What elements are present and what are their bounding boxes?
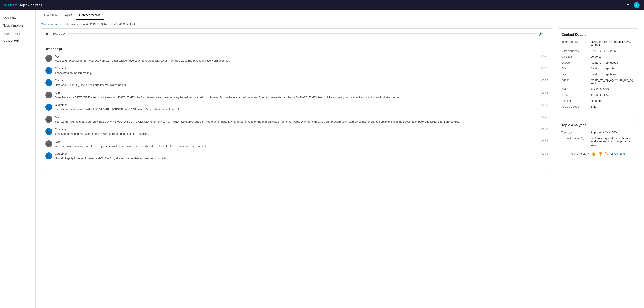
contact-detail-row: Interaction ID45489149-c373-4ae1-a149-c4… bbox=[561, 40, 634, 47]
contact-details-title: Contact Details bbox=[561, 33, 634, 37]
contact-detail-row: Wrap-up codeSale bbox=[561, 105, 634, 108]
help-icon[interactable]: ? bbox=[625, 2, 631, 8]
entry-time: 01:53 bbox=[542, 140, 548, 143]
customer-avatar: 📞 bbox=[45, 67, 52, 74]
contact-detail-row: Sitefcauto_tm_rep_site bbox=[561, 67, 634, 70]
topic-label: Topic i bbox=[561, 131, 587, 134]
detail-label: Date and time bbox=[561, 49, 587, 53]
tab-topics[interactable]: Topics bbox=[60, 10, 76, 20]
entry-body: Agent00:45Mails and hotel discounts. Plu… bbox=[55, 55, 548, 63]
detail-value: +15163584508 bbox=[591, 93, 634, 97]
feedback-label: Is this helpful? bbox=[570, 152, 588, 155]
customer-avatar: 📞 bbox=[45, 79, 52, 86]
more-options-icon[interactable]: ⋮ bbox=[545, 32, 549, 36]
entry-role: Customer bbox=[55, 103, 67, 107]
transcript-entry: 🎧Agent01:28Yes, we do. Our gold card cur… bbox=[45, 116, 548, 124]
contact-reason-label: Contact reason i bbox=[561, 137, 587, 140]
entry-body: Customer01:19I also heard about cards wi… bbox=[55, 103, 548, 112]
customer-avatar: 📞 bbox=[45, 152, 52, 159]
contact-reason-row: Contact reason i customer inquired about… bbox=[561, 137, 634, 146]
sidebar-item-topic-analytics[interactable]: Topic Analytics bbox=[0, 22, 36, 29]
audio-progress-bar[interactable] bbox=[69, 33, 536, 34]
user-avatar[interactable]: - bbox=[634, 2, 640, 8]
entry-time: 01:19 bbox=[542, 103, 548, 107]
contact-detail-row: DNIS+15163584508 bbox=[561, 93, 634, 97]
entry-header: Customer01:19 bbox=[55, 103, 548, 107]
scrollable-content: ▶ 0:00 / 0:28 🔊 ⋮ Transcript 🎧Agent00:45… bbox=[36, 28, 644, 308]
entry-time: 00:52 bbox=[542, 67, 548, 70]
contact-detail-row: Teamfcauto_tm_rep_team bbox=[561, 73, 634, 76]
detail-value: fcauto_tm_rep_site bbox=[591, 67, 634, 70]
detail-value: +14119505632 bbox=[591, 88, 634, 91]
detail-label: Duration bbox=[561, 55, 587, 58]
entry-header: Agent01:28 bbox=[55, 116, 548, 119]
contact-detail-row: Duration00:00:29 bbox=[561, 55, 634, 58]
entry-header: Agent00:45 bbox=[55, 55, 548, 58]
detail-label: Wrap-up code bbox=[561, 105, 587, 108]
breadcrumb-current: Interaction ID: 45489149-c373-4ae1-a149-… bbox=[65, 23, 135, 26]
entry-text: That sounds appealing. What about reward… bbox=[55, 132, 548, 136]
sidebar-item-overview[interactable]: Overview bbox=[0, 14, 36, 22]
entry-text: Those both sound interesting. bbox=[55, 71, 548, 75]
transcript-entry: 🎧Agent01:53We also have an online portal… bbox=[45, 140, 548, 148]
thumbs-down-icon[interactable]: 👎 bbox=[598, 152, 602, 156]
entry-text: Does have an <DATE_TIME> fee, but it's w… bbox=[55, 95, 548, 100]
breadcrumb-separator: › bbox=[62, 23, 63, 26]
detail-value: Sale bbox=[591, 105, 634, 108]
thumbs-up-icon[interactable]: 👍 bbox=[591, 152, 596, 156]
contact-detail-row: Agentfcauto_tm_rep_agent1 tm_rep_agent1 bbox=[561, 78, 634, 85]
play-button[interactable]: ▶ bbox=[44, 31, 50, 37]
agent-avatar: 🎧 bbox=[45, 116, 52, 123]
entry-body: Agent01:53We also have an online portal … bbox=[55, 140, 548, 148]
edit-icon: ✏️ bbox=[605, 152, 608, 155]
entry-header: Customer02:01 bbox=[55, 152, 548, 155]
entry-time: 00:45 bbox=[542, 55, 548, 58]
detail-label: Direction bbox=[561, 99, 587, 102]
entry-text: How do I apply for one of these cards? I… bbox=[55, 156, 548, 160]
agent-avatar: 🎧 bbox=[45, 92, 52, 99]
entry-text: How about <DATE_TIME> fees and interest … bbox=[55, 83, 548, 87]
customer-avatar: 📞 bbox=[45, 128, 52, 135]
entry-time: 01:28 bbox=[542, 116, 548, 119]
sidebar-item-control-hub[interactable]: Control Hub bbox=[0, 37, 36, 45]
volume-icon[interactable]: 🔊 bbox=[538, 32, 543, 36]
breadcrumb: Contact records › Interaction ID: 454891… bbox=[36, 20, 644, 28]
topbar-right: ? - bbox=[625, 2, 640, 8]
contact-detail-row: Directioninbound bbox=[561, 99, 634, 102]
customer-avatar: 📞 bbox=[45, 104, 52, 111]
entry-role: Agent bbox=[55, 91, 62, 94]
transcript-entry: 📞Customer01:19I also heard about cards w… bbox=[45, 103, 548, 112]
transcript-entries: 🎧Agent00:45Mails and hotel discounts. Pl… bbox=[45, 55, 548, 160]
entry-body: Customer02:01How do I apply for one of t… bbox=[55, 152, 548, 160]
tell-us-link[interactable]: ✏️ Tell Us More bbox=[605, 152, 625, 155]
entry-body: Customer00:52Those both sound interestin… bbox=[55, 67, 548, 75]
breadcrumb-link[interactable]: Contact records bbox=[41, 23, 61, 26]
agent-avatar: 🎧 bbox=[45, 140, 52, 147]
tab-overview[interactable]: Overview bbox=[41, 10, 60, 20]
transcript-entry: 📞Customer00:52Those both sound interesti… bbox=[45, 67, 548, 75]
transcript-container: Transcript 🎧Agent00:45Mails and hotel di… bbox=[41, 43, 552, 169]
entry-role: Customer bbox=[55, 67, 67, 70]
transcript-entry: 📞Customer01:40That sounds appealing. Wha… bbox=[45, 128, 548, 136]
entry-role: Agent bbox=[55, 140, 62, 143]
main-layout: Overview Topic Analytics QUICK LINKS Con… bbox=[0, 10, 644, 308]
feedback-divider bbox=[561, 149, 634, 149]
topic-analytics-card: Topic Analytics Topic i Apply for a Card… bbox=[557, 119, 639, 160]
contact-detail-row: ANI+14119505632 bbox=[561, 88, 634, 91]
entry-role: Customer bbox=[55, 128, 67, 131]
detail-label: Team bbox=[561, 73, 587, 76]
entry-role: Agent bbox=[55, 55, 62, 58]
contact-details-rows: Interaction ID45489149-c373-4ae1-a149-c4… bbox=[561, 40, 634, 108]
entry-text: We also have an online portal where you … bbox=[55, 144, 548, 148]
contact-detail-row: Queuefcauto_tm_rep_queue bbox=[561, 61, 634, 64]
audio-time: 0:00 / 0:28 bbox=[53, 32, 66, 36]
topic-info-icon[interactable]: i bbox=[569, 131, 572, 134]
entry-body: Customer00:55How about <DATE_TIME> fees … bbox=[55, 79, 548, 87]
tab-contact-records[interactable]: Contact records bbox=[76, 10, 104, 20]
webex-logo: webex bbox=[4, 3, 17, 8]
agent-avatar: 🎧 bbox=[45, 55, 52, 62]
detail-label: Queue bbox=[561, 61, 587, 64]
detail-value: 31/07/2024, 10:25:55 bbox=[591, 49, 634, 53]
audio-player: ▶ 0:00 / 0:28 🔊 ⋮ bbox=[41, 28, 552, 39]
contact-reason-info-icon[interactable]: i bbox=[581, 137, 584, 140]
